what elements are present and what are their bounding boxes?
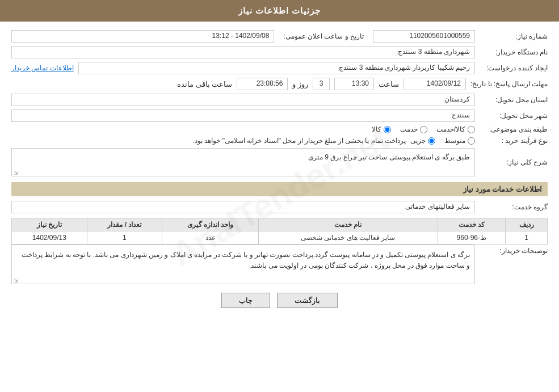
buyer-notes-resize: ⇲ xyxy=(12,277,18,283)
need-number-row: شماره نیاز: 1102005601000559 تاریخ و ساع… xyxy=(11,30,548,43)
col-row: ردیف xyxy=(506,218,548,231)
service-group-value: سایر فعالیتهای خدماتی xyxy=(11,201,475,213)
purchase-type-jazzi-radio[interactable] xyxy=(428,137,435,145)
category-kala-khedmat-radio[interactable] xyxy=(468,126,475,133)
cell-unit: عدد xyxy=(162,231,259,245)
category-kala-radio[interactable] xyxy=(384,126,391,133)
city-label: شهر محل تحویل: xyxy=(480,112,548,120)
province-value: کردستان xyxy=(11,94,475,106)
col-qty: تعداد / مقدار xyxy=(87,218,162,231)
validity-days: 3 xyxy=(313,78,330,90)
buttons-row: بازگشت چاپ xyxy=(11,293,548,319)
services-section-title: اطلاعات خدمات مورد نیاز xyxy=(11,182,548,196)
creator-row: ایجاد کننده درخواست: رحیم شکیبا کاربردار… xyxy=(11,62,548,74)
buyer-org-row: نام دستگاه خریدار: شهرداری منطقه 3 سنندج xyxy=(11,46,548,58)
col-unit: واحد اندازه گیری xyxy=(162,218,259,231)
need-description-value: طبق برگه ی استعلام پیوستی ساخت تیر چراغ … xyxy=(11,148,475,176)
purchase-type-row: نوع فرآیند خرید : متوسط جزیی پرداخت تمام… xyxy=(11,137,548,145)
need-number-value: 1102005601000559 xyxy=(373,30,475,43)
purchase-type-jazzi-label: جزیی xyxy=(410,137,426,145)
city-value: سنندج xyxy=(11,109,475,122)
page-title: جزئیات اطلاعات نیاز xyxy=(238,6,321,15)
cell-row: 1 xyxy=(506,231,548,245)
purchase-type-label: نوع فرآیند خرید : xyxy=(480,137,548,145)
buyer-org-value: شهرداری منطقه 3 سنندج xyxy=(11,46,475,58)
cell-code: ط-96-960 xyxy=(438,231,505,245)
page-header: جزئیات اطلاعات نیاز xyxy=(0,0,559,22)
creator-label: ایجاد کننده درخواست: xyxy=(480,64,548,72)
print-button[interactable]: چاپ xyxy=(221,293,270,308)
need-description-label: شرح کلی نیاز: xyxy=(480,158,548,166)
table-header-row: ردیف کد خدمت نام خدمت واحد اندازه گیری ت… xyxy=(12,218,548,231)
category-khedmat-option[interactable]: خدمت xyxy=(400,125,427,133)
validity-time: 13:30 xyxy=(334,78,374,90)
purchase-type-motavasset-radio[interactable] xyxy=(468,137,475,145)
service-group-label: گروه خدمت: xyxy=(480,203,548,211)
city-row: شهر محل تحویل: سنندج xyxy=(11,109,548,122)
validity-remaining: 23:08:56 xyxy=(237,78,288,90)
creator-contact-link[interactable]: اطلاعات تماس خریدار xyxy=(11,64,74,72)
province-label: استان محل تحویل: xyxy=(480,96,548,104)
creator-value: رحیم شکیبا کاربردار شهرداری منطقه 3 سنند… xyxy=(78,62,475,74)
category-row: طبقه بندی موضوعی: کالا/خدمت خدمت کالا xyxy=(11,125,548,133)
validity-date: 1402/09/12 xyxy=(404,78,466,90)
buyer-notes-container: برگه ی استعلام پیوستی تکمیل و در سامانه … xyxy=(11,245,475,284)
service-group-row: گروه خدمت: سایر فعالیتهای خدماتی xyxy=(11,201,548,213)
category-kala-label: کالا xyxy=(372,125,381,133)
province-row: استان محل تحویل: کردستان xyxy=(11,94,548,106)
buyer-notes-value: برگه ی استعلام پیوستی تکمیل و در سامانه … xyxy=(11,245,475,284)
validity-label: مهلت ارسال پاسخ: تا تاریخ: xyxy=(470,80,548,88)
main-content: شماره نیاز: 1102005601000559 تاریخ و ساع… xyxy=(0,22,559,328)
buyer-org-label: نام دستگاه خریدار: xyxy=(480,48,548,56)
purchase-type-motavasset-option[interactable]: متوسط xyxy=(444,137,475,145)
purchase-type-group: متوسط جزیی xyxy=(410,137,475,145)
validity-row: مهلت ارسال پاسخ: تا تاریخ: 1402/09/12 سا… xyxy=(11,78,548,90)
cell-name: سایر فعالیت های خدماتی شخصی xyxy=(259,231,438,245)
table-row: 1 ط-96-960 سایر فعالیت های خدماتی شخصی ع… xyxy=(12,231,548,245)
category-kala-khedmat-label: کالا/خدمت xyxy=(436,125,465,133)
validity-days-label: روز و xyxy=(292,80,308,88)
buyer-notes-row: توضیحات خریدار: برگه ی استعلام پیوستی تک… xyxy=(11,245,548,284)
validity-time-label: ساعت xyxy=(379,80,399,88)
purchase-type-note: پرداخت تمام یا بخشی از مبلغ خریدار از مح… xyxy=(193,137,406,145)
need-number-label: شماره نیاز: xyxy=(480,32,548,40)
category-khedmat-radio[interactable] xyxy=(420,126,427,133)
services-table: ردیف کد خدمت نام خدمت واحد اندازه گیری ت… xyxy=(11,218,548,245)
purchase-type-jazzi-option[interactable]: جزیی xyxy=(410,137,435,145)
need-description-row: شرح کلی نیاز: طبق برگه ی استعلام پیوستی … xyxy=(11,148,548,176)
back-button[interactable]: بازگشت xyxy=(277,293,338,308)
col-code: کد خدمت xyxy=(438,218,505,231)
category-radio-group: کالا/خدمت خدمت کالا xyxy=(372,125,475,133)
buyer-notes-label: توضیحات خریدار: xyxy=(480,245,548,255)
category-kala-khedmat-option[interactable]: کالا/خدمت xyxy=(436,125,475,133)
purchase-type-motavasset-label: متوسط xyxy=(444,137,465,145)
cell-qty: 1 xyxy=(87,231,162,245)
category-khedmat-label: خدمت xyxy=(400,125,418,133)
cell-date: 1402/09/13 xyxy=(12,231,87,245)
need-description-container: طبق برگه ی استعلام پیوستی ساخت تیر چراغ … xyxy=(11,148,475,176)
announcement-date-value: 1402/09/08 - 13:12 xyxy=(11,30,274,43)
category-kala-option[interactable]: کالا xyxy=(372,125,391,133)
page-wrapper: جزئیات اطلاعات نیاز شماره نیاز: 11020056… xyxy=(0,0,559,392)
validity-remaining-label: ساعت باقی مانده xyxy=(177,80,232,88)
col-date: تاریخ نیاز xyxy=(12,218,87,231)
col-name: نام خدمت xyxy=(259,218,438,231)
resize-handle: ⇲ xyxy=(12,170,18,175)
announcement-date-label: تاریخ و ساعت اعلان عمومی: xyxy=(279,32,368,40)
category-label: طبقه بندی موضوعی: xyxy=(480,125,548,133)
